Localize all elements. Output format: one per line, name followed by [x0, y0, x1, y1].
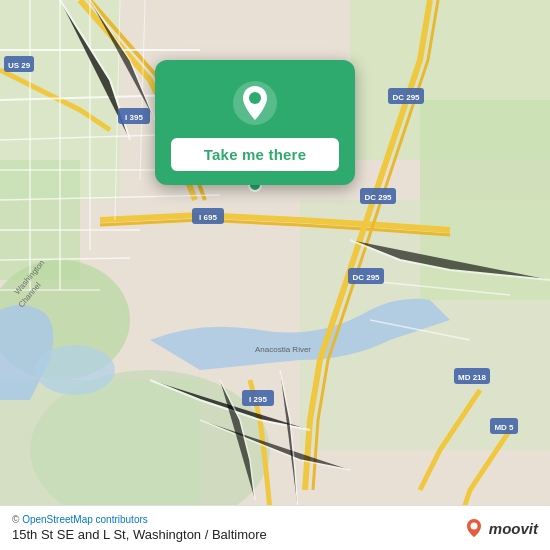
location-pin-icon — [230, 78, 280, 128]
svg-text:I 395: I 395 — [125, 113, 143, 122]
moovit-logo: moovit — [463, 517, 538, 539]
osm-link[interactable]: OpenStreetMap contributors — [22, 514, 148, 525]
svg-text:I 695: I 695 — [199, 213, 217, 222]
svg-point-46 — [249, 92, 261, 104]
svg-point-9 — [35, 345, 115, 395]
svg-text:MD 218: MD 218 — [458, 373, 487, 382]
svg-text:US 29: US 29 — [8, 61, 31, 70]
svg-text:MD 5: MD 5 — [494, 423, 514, 432]
take-me-there-button[interactable]: Take me there — [171, 138, 339, 171]
svg-text:Anacostia River: Anacostia River — [255, 345, 311, 354]
location-label: 15th St SE and L St, Washington / Baltim… — [12, 527, 267, 542]
svg-point-47 — [470, 523, 477, 530]
map-container: US 29 I 395 I 695 DC 295 DC 295 DC 295 I… — [0, 0, 550, 550]
moovit-brand-text: moovit — [489, 520, 538, 537]
bottom-bar: © OpenStreetMap contributors 15th St SE … — [0, 505, 550, 550]
svg-text:DC 295: DC 295 — [352, 273, 380, 282]
osm-copyright: © — [12, 514, 22, 525]
svg-text:DC 295: DC 295 — [364, 193, 392, 202]
popup-card: Take me there — [155, 60, 355, 185]
osm-attribution: © OpenStreetMap contributors — [12, 514, 267, 525]
bottom-left-info: © OpenStreetMap contributors 15th St SE … — [12, 514, 267, 542]
moovit-pin-icon — [463, 517, 485, 539]
svg-text:I 295: I 295 — [249, 395, 267, 404]
svg-text:DC 295: DC 295 — [392, 93, 420, 102]
